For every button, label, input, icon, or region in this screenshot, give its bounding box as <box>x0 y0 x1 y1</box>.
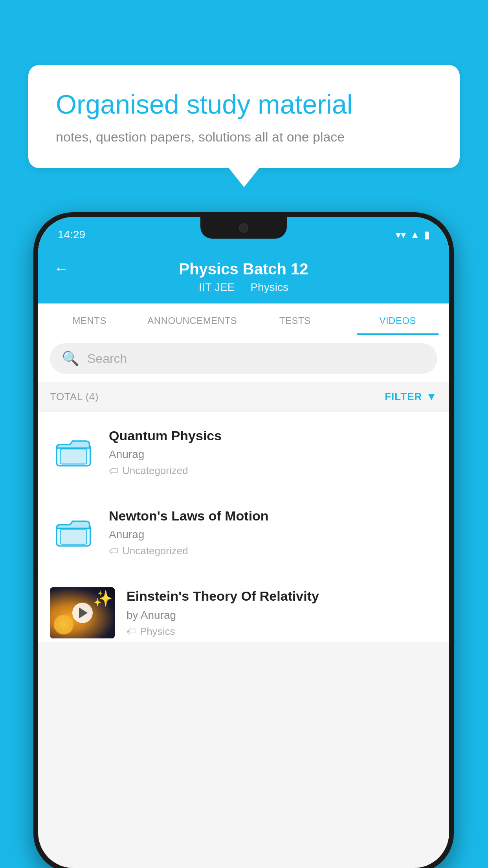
signal-icon: ▲ <box>410 229 420 241</box>
video-author-3: by Anurag <box>127 609 437 622</box>
video-author-2: Anurag <box>109 528 437 541</box>
tag-label-3: Physics <box>140 625 175 638</box>
filter-bar: TOTAL (4) FILTER ▼ <box>38 382 449 412</box>
tag-label-2: Uncategorized <box>122 545 188 557</box>
svg-rect-3 <box>60 529 87 544</box>
battery-icon: ▮ <box>424 229 429 241</box>
video-title-1: Quantum Physics <box>109 427 437 444</box>
video-author-1: Anurag <box>109 448 437 461</box>
phone-screen: 14:29 ▾▾ ▲ ▮ ← Physics Batch 12 IIT JEE … <box>38 217 449 868</box>
search-placeholder: Search <box>87 351 127 366</box>
back-button[interactable]: ← <box>54 260 69 277</box>
video-info-3: Einstein's Theory Of Relativity by Anura… <box>127 587 437 637</box>
video-info-2: Newton's Laws of Motion Anurag 🏷 Uncateg… <box>109 507 437 557</box>
tab-tests[interactable]: TESTS <box>244 303 347 335</box>
filter-button[interactable]: FILTER ▼ <box>385 390 437 403</box>
wifi-icon: ▾▾ <box>396 229 406 241</box>
header-title: Physics Batch 12 <box>179 260 308 278</box>
tabs-bar: MENTS ANNOUNCEMENTS TESTS VIDEOS <box>38 303 449 335</box>
video-item-2[interactable]: Newton's Laws of Motion Anurag 🏷 Uncateg… <box>38 492 449 572</box>
total-count: TOTAL (4) <box>50 391 99 403</box>
filter-funnel-icon: ▼ <box>426 390 437 403</box>
folder-svg-2 <box>56 517 91 548</box>
tag-icon-3: 🏷 <box>127 626 136 637</box>
video-tag-2: 🏷 Uncategorized <box>109 545 437 557</box>
phone-notch <box>200 217 287 239</box>
tag-icon-1: 🏷 <box>109 465 118 476</box>
status-time: 14:29 <box>58 228 85 241</box>
tab-ments[interactable]: MENTS <box>38 303 141 335</box>
folder-svg-1 <box>56 436 91 468</box>
camera <box>239 223 248 233</box>
tag-label-1: Uncategorized <box>122 465 188 477</box>
tab-videos[interactable]: VIDEOS <box>347 303 449 335</box>
breadcrumb-physics: Physics <box>250 281 288 294</box>
search-input-wrap[interactable]: 🔍 Search <box>50 343 437 374</box>
phone-frame: 14:29 ▾▾ ▲ ▮ ← Physics Batch 12 IIT JEE … <box>33 212 454 868</box>
video-thumbnail-3: ✨ <box>50 587 115 638</box>
search-icon: 🔍 <box>62 350 79 367</box>
video-list: Quantum Physics Anurag 🏷 Uncategorized <box>38 412 449 642</box>
play-button-3[interactable] <box>72 603 93 623</box>
video-item-3[interactable]: ✨ Einstein's Theory Of Relativity by Anu… <box>38 572 449 642</box>
video-info-1: Quantum Physics Anurag 🏷 Uncategorized <box>109 427 437 477</box>
video-title-2: Newton's Laws of Motion <box>109 507 437 524</box>
tag-icon-2: 🏷 <box>109 546 118 557</box>
video-title-3: Einstein's Theory Of Relativity <box>127 587 437 605</box>
header-breadcrumb: IIT JEE Physics <box>199 281 288 294</box>
tab-announcements[interactable]: ANNOUNCEMENTS <box>141 303 244 335</box>
breadcrumb-iit-jee: IIT JEE <box>199 281 235 294</box>
bubble-subtitle: notes, question papers, solutions all at… <box>56 129 432 145</box>
play-triangle-icon <box>79 607 88 618</box>
status-icons: ▾▾ ▲ ▮ <box>396 229 429 241</box>
folder-icon-1 <box>50 432 97 472</box>
svg-rect-1 <box>60 449 87 464</box>
search-container: 🔍 Search <box>38 335 449 382</box>
filter-label: FILTER <box>385 391 422 403</box>
speech-bubble: Organised study material notes, question… <box>28 65 460 168</box>
video-tag-3: 🏷 Physics <box>127 625 437 638</box>
app-header: ← Physics Batch 12 IIT JEE Physics <box>38 248 449 303</box>
video-item-1[interactable]: Quantum Physics Anurag 🏷 Uncategorized <box>38 412 449 492</box>
bubble-title: Organised study material <box>56 88 432 121</box>
video-tag-1: 🏷 Uncategorized <box>109 465 437 477</box>
folder-icon-2 <box>50 513 97 552</box>
